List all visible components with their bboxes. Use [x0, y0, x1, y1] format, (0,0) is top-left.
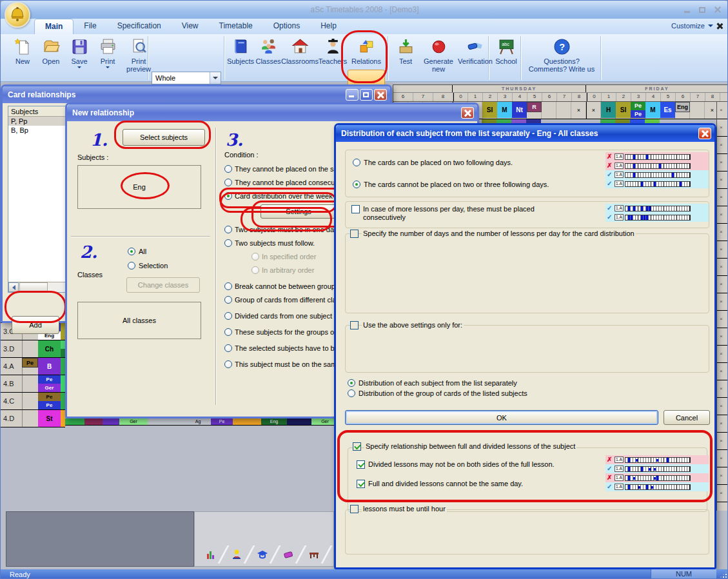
print-dropdown-arrow[interactable]	[106, 66, 110, 68]
timetable-card[interactable]: PeGer	[38, 375, 61, 392]
mode-group-option[interactable]: Distribution of the group of cards of th…	[348, 389, 527, 397]
school-button[interactable]: abc School	[492, 37, 520, 79]
tab-options[interactable]: Options	[263, 19, 310, 34]
close-button[interactable]	[712, 5, 723, 14]
print-button[interactable]: Print	[93, 37, 122, 79]
cannot-two-three-days-option[interactable]: The cards cannot be placed on two or thr…	[353, 181, 549, 188]
checkbox-icon[interactable]	[357, 480, 365, 488]
timetable-card[interactable]: PePe	[631, 102, 645, 118]
tab-help[interactable]: Help	[310, 19, 347, 34]
chevron-down-icon[interactable]	[708, 25, 713, 27]
same-day-option[interactable]: Full and divided lessons cannot be the s…	[357, 480, 582, 488]
close-icon[interactable]	[716, 23, 722, 29]
timetable-card[interactable]: SI	[616, 102, 631, 118]
tab-timetable[interactable]: Timetable	[209, 19, 263, 34]
close-button[interactable]	[461, 107, 474, 119]
add-button[interactable]: Add	[12, 316, 59, 334]
checkbox-icon[interactable]	[350, 230, 359, 238]
timetable-card[interactable]: GeCh	[61, 340, 65, 357]
maximize-button[interactable]	[696, 5, 708, 14]
specify-days-option[interactable]: Specify the number of days and the numbe…	[350, 230, 636, 238]
view-select-arrow[interactable]	[210, 72, 221, 84]
select-subjects-button[interactable]: Select subjects	[123, 129, 205, 146]
checkbox-icon[interactable]	[357, 460, 365, 469]
card-relationships-titlebar[interactable]: Card relationships	[3, 86, 390, 103]
minimize-button[interactable]	[346, 89, 359, 101]
timetable-card[interactable]: ×	[571, 102, 586, 118]
customize-control[interactable]: Customize	[671, 22, 722, 30]
maximize-button[interactable]	[360, 89, 373, 101]
radio-icon[interactable]	[128, 262, 135, 270]
until-hour-option[interactable]: lessons must be until hour	[350, 505, 447, 513]
app-bell-icon[interactable]	[5, 2, 30, 28]
class-name[interactable]: 4.A	[3, 362, 14, 370]
classes-all-option[interactable]: All	[128, 248, 146, 255]
radio-icon[interactable]	[128, 248, 135, 255]
close-button[interactable]	[698, 128, 711, 139]
classes-button[interactable]: Classes	[255, 37, 282, 79]
subjects-button[interactable]: Subjects	[226, 37, 255, 79]
save-dropdown-arrow[interactable]	[77, 66, 81, 68]
radio-icon[interactable]	[353, 159, 360, 166]
customize-label[interactable]: Customize	[671, 22, 705, 30]
radio-icon[interactable]	[353, 181, 360, 188]
divided-sides-option[interactable]: Divided lessons may not be on both sides…	[357, 460, 582, 469]
radio-icon[interactable]	[348, 379, 355, 387]
full-divided-option[interactable]: Specify relationship between full and di…	[353, 442, 576, 451]
tab-specification[interactable]: Specification	[107, 19, 172, 34]
timetable-card[interactable]: M	[61, 410, 65, 427]
ok-button[interactable]: OK	[345, 410, 658, 425]
cancel-button[interactable]: Cancel	[664, 410, 710, 425]
timetable-card[interactable]: SI	[482, 102, 497, 118]
checkbox-icon[interactable]	[353, 442, 361, 451]
timetable-card[interactable]: H	[601, 102, 616, 118]
timetable-card[interactable]: Nt	[512, 102, 527, 118]
subjects-list-header[interactable]: Subjects	[8, 106, 66, 117]
timetable-card[interactable]: B	[38, 358, 61, 375]
teachers-button[interactable]: Teachers	[318, 37, 348, 79]
timetable-card[interactable]: Eng	[675, 102, 690, 112]
checkbox-icon[interactable]	[350, 321, 359, 329]
use-settings-option[interactable]: Use the above settings only for:	[350, 321, 464, 329]
timetable-card[interactable]: R	[527, 102, 542, 112]
timetable-card[interactable]: S	[61, 323, 65, 340]
print-preview-button[interactable]: Print preview	[122, 37, 155, 79]
verification-button[interactable]: Verification	[457, 37, 493, 79]
scroll-left-button[interactable]	[8, 282, 19, 292]
close-button[interactable]	[374, 89, 387, 101]
class-name[interactable]: 4.B	[3, 380, 14, 388]
class-name[interactable]: 4.D	[3, 415, 14, 422]
timetable-card[interactable]: M	[645, 102, 660, 118]
timetable-card[interactable]: P	[61, 358, 65, 375]
subject-list-item[interactable]: B, Bp	[8, 126, 66, 135]
can-two-days-option[interactable]: The cards can be placed on two following…	[353, 159, 513, 166]
open-button[interactable]: Open	[37, 37, 65, 79]
checkbox-icon[interactable]	[351, 205, 360, 213]
timetable-card[interactable]: Ch	[38, 340, 61, 357]
class-name[interactable]: 3.D	[3, 345, 14, 353]
new-button[interactable]: New	[8, 37, 37, 79]
scrollbar-thumb[interactable]	[19, 282, 48, 292]
save-button[interactable]: Save	[65, 37, 93, 79]
new-relationship-titlebar[interactable]: New relationship	[67, 104, 477, 121]
timetable-card[interactable]: M	[497, 102, 512, 118]
tab-main[interactable]: Main	[34, 19, 74, 34]
timetable-card[interactable]: PePe	[38, 393, 61, 409]
distribution-titlebar[interactable]: Distribution of each subject from the li…	[336, 125, 714, 142]
timetable-card[interactable]: M	[61, 375, 65, 392]
test-button[interactable]: Test	[391, 37, 420, 79]
horizontal-scrollbar[interactable]	[8, 282, 66, 292]
mode-separately-option[interactable]: Distribution of each subject from the li…	[348, 379, 517, 387]
consecutive-option[interactable]: In case of more lessons per day, these m…	[351, 205, 564, 222]
timetable-card[interactable]: Es	[660, 102, 675, 118]
relations-button[interactable]: Relations	[349, 37, 384, 79]
classes-selection-option[interactable]: Selection	[128, 262, 168, 270]
view-select[interactable]: Whole	[152, 72, 221, 84]
subject-list-item[interactable]: P, Pp	[8, 117, 66, 126]
timetable-card[interactable]: ×	[586, 102, 601, 118]
settings-button[interactable]: Settings	[261, 204, 337, 219]
tab-view[interactable]: View	[172, 19, 209, 34]
resize-grip[interactable]	[720, 571, 728, 579]
timetable-card[interactable]: St	[38, 410, 61, 427]
questions-button[interactable]: ? Questions? Comments? Write us	[524, 37, 599, 79]
